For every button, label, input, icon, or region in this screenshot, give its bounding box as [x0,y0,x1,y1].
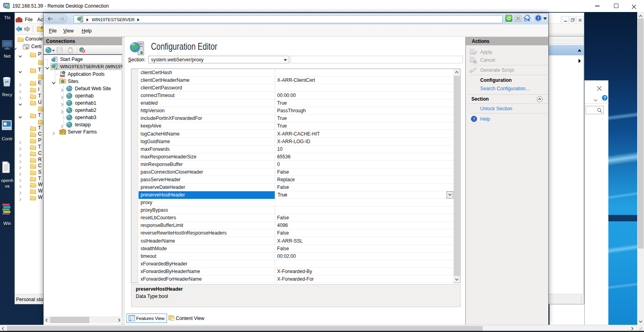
svg-text:?: ? [70,88,71,91]
svg-text:?: ? [604,96,606,100]
svg-text:?: ? [473,117,475,121]
svg-text:?: ? [537,16,539,20]
